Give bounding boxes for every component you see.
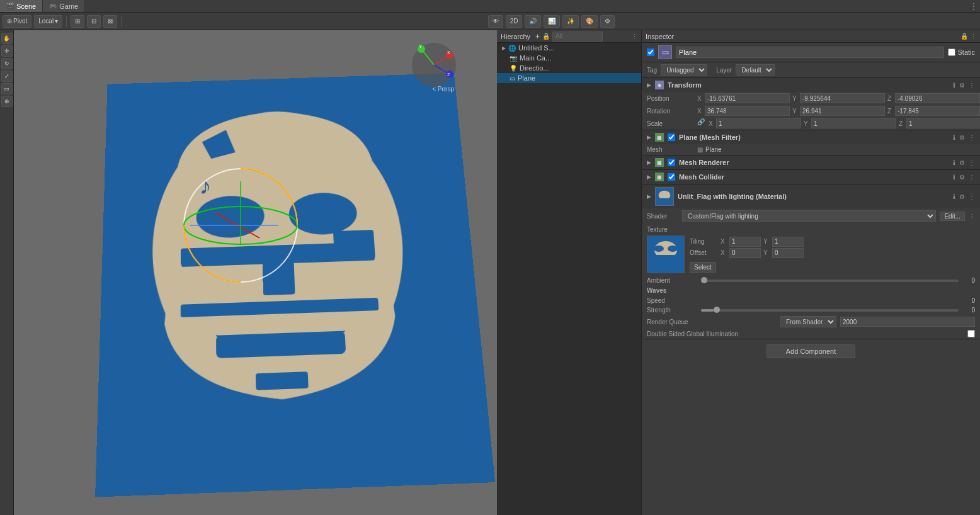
texture-select-button[interactable]: Select (690, 262, 716, 273)
shader-dropdown[interactable]: Custom/Flag with lighting (682, 210, 936, 222)
scale-tool[interactable]: ⤢ (1, 71, 13, 82)
material-more-icon[interactable]: ⋮ (969, 193, 975, 200)
tiling-x-input[interactable] (729, 237, 761, 247)
settings-button[interactable]: ⚙ (600, 15, 615, 28)
scale-z-input[interactable] (906, 118, 980, 128)
object-type-icon: ▭ (658, 45, 672, 59)
static-checkbox[interactable] (948, 48, 955, 56)
transform-header[interactable]: ▶ ⊕ Transform ℹ ⚙ ⋮ (642, 78, 980, 92)
mesh-filter-icon: ▦ (655, 133, 664, 142)
mesh-renderer-info-icon[interactable]: ℹ (953, 159, 955, 166)
pos-y-input[interactable] (800, 93, 885, 103)
rot-y-input[interactable] (800, 106, 885, 116)
view-button[interactable]: 👁 (488, 15, 503, 28)
offset-x-input[interactable] (729, 248, 761, 258)
material-info-icon[interactable]: ℹ (953, 193, 955, 200)
align-button[interactable]: ⊠ (103, 15, 117, 28)
hierarchy-item-maincamera[interactable]: 📷 Main Ca... (497, 53, 641, 63)
rotate-tool[interactable]: ↻ (1, 58, 13, 69)
scale-link-icon[interactable]: 🔗 (697, 118, 705, 128)
mesh-filter-info-icon[interactable]: ℹ (953, 134, 955, 141)
ambient-thumb[interactable] (701, 277, 707, 283)
mesh-collider-enabled[interactable] (668, 173, 675, 181)
add-component-button[interactable]: Add Component (766, 344, 856, 358)
svg-rect-8 (216, 331, 346, 359)
double-sided-checkbox[interactable] (967, 330, 975, 337)
rot-x-field: X (697, 106, 790, 116)
material-settings-icon[interactable]: ⚙ (959, 193, 965, 200)
ambient-row: Ambient 0 (642, 276, 980, 285)
scene-icon: 🎬 (6, 3, 14, 9)
transform-settings-icon[interactable]: ⚙ (959, 82, 965, 89)
hierarchy-menu-icon[interactable]: ⋮ (632, 33, 637, 40)
effects-button[interactable]: ✨ (562, 15, 579, 28)
tab-scene[interactable]: 🎬 Scene (0, 0, 43, 12)
mesh-filter-enabled[interactable] (668, 133, 675, 141)
navigation-gizmo[interactable]: X Y Z (409, 40, 459, 90)
mesh-collider-info-icon[interactable]: ℹ (953, 174, 955, 181)
rotation-field: Rotation X Y Z (642, 105, 980, 117)
pos-x-input[interactable] (705, 93, 790, 103)
move-tool[interactable]: ✛ (1, 45, 13, 57)
material-component: ▶ Unlit_Flag with lighting (Material) ℹ … (642, 184, 980, 339)
hierarchy-item-untitled[interactable]: ▶ 🌐 Untitled S... (497, 43, 641, 53)
grid-button[interactable]: ⊞ (71, 15, 84, 28)
offset-y-input[interactable] (772, 248, 804, 258)
pos-z-input[interactable] (895, 93, 980, 103)
mesh-renderer-enabled[interactable] (668, 159, 675, 166)
mesh-renderer-header[interactable]: ▶ ▦ Mesh Renderer ℹ ⚙ ⋮ (642, 156, 980, 169)
strength-slider[interactable] (701, 309, 959, 312)
transform-more-icon[interactable]: ⋮ (969, 82, 975, 89)
scale-y-input[interactable] (811, 118, 896, 128)
hierarchy-search-input[interactable] (552, 31, 603, 42)
hierarchy-item-plane[interactable]: ▭ Plane (497, 73, 641, 83)
inspector-menu-icon[interactable]: ⋮ (971, 33, 976, 40)
object-enabled-checkbox[interactable] (647, 48, 654, 56)
tab-game[interactable]: 🎮 Game (43, 0, 85, 12)
render-queue-value-input[interactable] (840, 317, 975, 327)
mesh-filter-more-icon[interactable]: ⋮ (969, 134, 975, 141)
mesh-collider-settings-icon[interactable]: ⚙ (959, 174, 965, 181)
mesh-renderer-more-icon[interactable]: ⋮ (969, 159, 975, 166)
stats-button[interactable]: 📊 (544, 15, 560, 28)
hierarchy-add-button[interactable]: + (535, 32, 540, 41)
scene-viewport[interactable]: ♪ (14, 30, 497, 515)
material-header[interactable]: ▶ Unlit_Flag with lighting (Material) ℹ … (642, 184, 980, 208)
shader-more-icon[interactable]: ⋮ (969, 213, 975, 220)
local-button[interactable]: Local ▾ (34, 15, 62, 28)
ambient-slider[interactable] (701, 280, 959, 282)
rot-y-field: Y (792, 106, 885, 116)
transform-info-icon[interactable]: ℹ (953, 82, 955, 89)
rot-x-input[interactable] (705, 106, 790, 116)
tiling-y-input[interactable] (772, 237, 804, 247)
inspector-lock-icon[interactable]: 🔒 (960, 33, 968, 40)
rot-z-input[interactable] (895, 106, 980, 116)
scale-x-input[interactable] (716, 118, 801, 128)
pivot-button[interactable]: ⊕ Pivot (3, 15, 31, 28)
multi-tool[interactable]: ⊕ (1, 96, 13, 107)
render-queue-dropdown[interactable]: From Shader (780, 316, 836, 327)
mesh-renderer-settings-icon[interactable]: ⚙ (959, 159, 965, 166)
tag-dropdown[interactable]: Untagged (661, 64, 707, 76)
grid2-button[interactable]: ⊟ (87, 15, 101, 28)
mesh-filter-header[interactable]: ▶ ▦ Plane (Mesh Filter) ℹ ⚙ ⋮ (642, 130, 980, 144)
mesh-filter-settings-icon[interactable]: ⚙ (959, 134, 965, 141)
mode2d-button[interactable]: 2D (506, 15, 523, 28)
hierarchy-lock-icon[interactable]: 🔒 (542, 33, 550, 40)
hand-tool[interactable]: ✋ (1, 33, 13, 44)
strength-thumb[interactable] (714, 307, 720, 313)
hierarchy-item-directional[interactable]: 💡 Directio... (497, 63, 641, 73)
texture-thumbnail[interactable] (647, 235, 685, 273)
tag-layer-row: Tag Untagged Layer Default (642, 62, 980, 78)
mesh-collider-more-icon[interactable]: ⋮ (969, 174, 975, 181)
rect-tool[interactable]: ▭ (1, 83, 13, 94)
more-options-icon[interactable]: ⋮ (970, 2, 977, 11)
object-name-input[interactable] (676, 47, 944, 58)
layer-dropdown[interactable]: Default (736, 64, 775, 76)
audio-button[interactable]: 🔊 (525, 15, 541, 28)
shader-edit-button[interactable]: Edit... (940, 212, 965, 221)
mesh-collider-header[interactable]: ▶ ▦ Mesh Collider ℹ ⚙ ⋮ (642, 170, 980, 184)
rot-z-field: Z (887, 106, 980, 116)
render-button[interactable]: 🎨 (581, 15, 598, 28)
svg-text:Y: Y (419, 44, 422, 48)
